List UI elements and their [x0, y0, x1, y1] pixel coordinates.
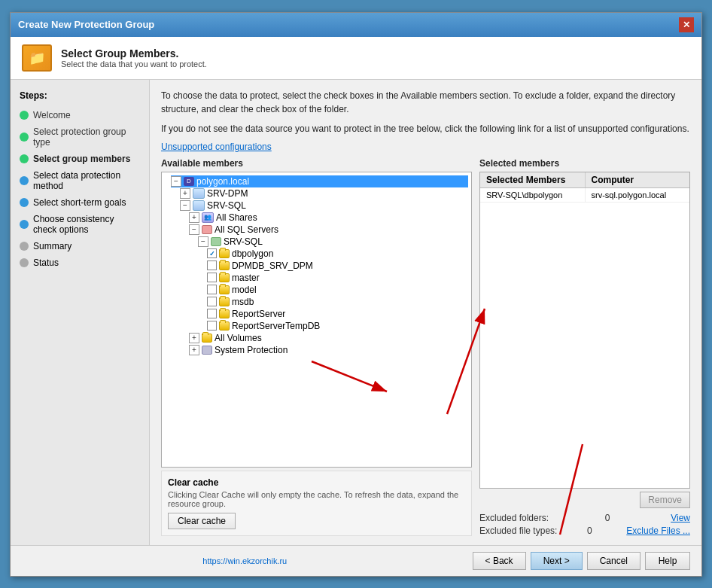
tree-item-all-shares[interactable]: + 👥 All Shares [189, 212, 468, 224]
all-volumes-label: All Volumes [215, 333, 262, 343]
selected-panel: Selected members Selected Members Comput… [479, 158, 690, 536]
dot-group-members [20, 154, 29, 163]
header-text: Select Group Members. Select the data th… [61, 47, 207, 69]
cancel-button[interactable]: Cancel [587, 552, 640, 570]
available-panel: Available members − D polygon.local + S [161, 158, 472, 536]
sidebar-item-short-term[interactable]: Select short-term goals [11, 194, 149, 211]
sidebar-label-data-protection: Select data protection method [33, 170, 140, 191]
tree-item-reportservertempdb[interactable]: ReportServerTempDB [207, 320, 468, 332]
tree-item-msdb[interactable]: msdb [207, 296, 468, 308]
footer: https://win.ekzorchik.ru < Back Next > C… [11, 545, 701, 576]
title-bar: Create New Protection Group ✕ [11, 13, 701, 37]
sidebar-item-group-members[interactable]: Select group members [11, 151, 149, 167]
back-button[interactable]: < Back [473, 552, 526, 570]
main-content: Steps: Welcome Select protection group t… [11, 80, 701, 545]
expand-all-volumes[interactable]: + [189, 333, 199, 343]
tree-item-dpmdb[interactable]: DPMDB_SRV_DPM [207, 260, 468, 272]
all-sql-label: All SQL Servers [215, 224, 278, 235]
model-label: model [232, 285, 257, 295]
system-protection-label: System Protection [215, 345, 288, 355]
main-window: Create New Protection Group ✕ 📁 Select G… [10, 12, 702, 577]
sidebar-label-protection-type: Select protection group type [33, 126, 140, 148]
tree-item-srv-dpm[interactable]: + SRV-DPM [180, 187, 468, 200]
cache-title: Clear cache [168, 477, 465, 488]
sidebar-item-summary[interactable]: Summary [11, 238, 149, 254]
table-header: Selected Members Computer [480, 172, 689, 188]
bottom-selected-info: Excluded folders: 0 View Excluded file t… [479, 513, 690, 536]
checkbox-model[interactable] [207, 285, 217, 294]
tree-item-system-protection[interactable]: + System Protection [189, 344, 468, 356]
available-panel-title: Available members [161, 158, 472, 169]
sidebar-label-welcome: Welcome [33, 110, 71, 120]
close-button[interactable]: ✕ [679, 17, 694, 32]
checkbox-master[interactable] [207, 273, 217, 282]
tree-item-model[interactable]: model [207, 284, 468, 296]
volumes-icon [202, 334, 212, 343]
tree-item-domain[interactable]: − D polygon.local [171, 175, 468, 187]
sidebar-item-data-protection[interactable]: Select data protection method [11, 167, 149, 194]
help-button[interactable]: Help [645, 552, 690, 570]
sidebar-item-protection-type[interactable]: Select protection group type [11, 123, 149, 151]
cell-member: SRV-SQL\dbpolygon [480, 188, 586, 202]
footer-url: https://win.ekzorchik.ru [22, 556, 468, 565]
tree-item-master[interactable]: master [207, 272, 468, 284]
db-icon-model [219, 285, 230, 294]
db-icon-dpmdb [219, 261, 230, 270]
dpmdb-label: DPMDB_SRV_DPM [232, 260, 313, 271]
expand-all-sql[interactable]: − [189, 224, 199, 235]
clear-cache-button[interactable]: Clear cache [168, 513, 236, 529]
db-icon-dbpolygon [219, 249, 230, 258]
expand-srv-sql[interactable]: − [180, 200, 190, 211]
tree-item-dbpolygon[interactable]: dbpolygon [207, 248, 468, 260]
exclude-files-link[interactable]: Exclude Files ... [626, 526, 690, 536]
excluded-folders-label: Excluded folders: [479, 513, 549, 523]
expand-srv-dpm[interactable]: + [180, 188, 190, 199]
dot-short-term [20, 198, 29, 207]
expand-system-protection[interactable]: + [189, 345, 199, 355]
all-shares-label: All Shares [216, 212, 257, 223]
table-row[interactable]: SRV-SQL\dbpolygon srv-sql.polygon.local [480, 188, 689, 203]
db-icon-master [219, 273, 230, 282]
tree-item-all-sql[interactable]: − All SQL Servers [189, 224, 468, 236]
instruction-line2: If you do not see the data source you wa… [161, 122, 690, 136]
checkbox-dpmdb[interactable] [207, 260, 217, 270]
unsupported-link[interactable]: Unsupported configurations [161, 142, 690, 152]
dot-data-protection [20, 176, 29, 185]
dot-status [20, 258, 29, 267]
next-button[interactable]: Next > [531, 552, 583, 570]
expand-all-shares[interactable]: + [189, 212, 199, 223]
tree-item-all-volumes[interactable]: + All Volumes [189, 332, 468, 344]
db-icon-reportserver [219, 309, 230, 318]
checkbox-msdb[interactable] [207, 297, 217, 306]
domain-icon: D [184, 177, 194, 186]
checkbox-reportservertempdb[interactable] [207, 321, 217, 331]
expand-srv-sql-2[interactable]: − [198, 236, 208, 247]
system-protection-icon [202, 346, 212, 355]
checkbox-reportserver[interactable] [207, 309, 217, 318]
sidebar-item-consistency[interactable]: Choose consistency check options [11, 211, 149, 238]
sidebar-item-status[interactable]: Status [11, 254, 149, 271]
checkbox-dbpolygon[interactable] [207, 248, 217, 258]
server-dpm-icon [193, 188, 205, 199]
expand-domain[interactable]: − [171, 176, 181, 187]
dot-summary [20, 242, 29, 251]
panels-wrapper: Available members − D polygon.local + S [161, 158, 690, 536]
msdb-label: msdb [232, 297, 254, 307]
shares-icon: 👥 [202, 212, 214, 223]
tree-item-srv-sql-2[interactable]: − SRV-SQL [198, 236, 468, 248]
sidebar-item-welcome[interactable]: Welcome [11, 107, 149, 123]
excluded-types-row: Excluded file types: 0 Exclude Files ... [479, 526, 690, 536]
sidebar-label-status: Status [33, 257, 59, 268]
view-link[interactable]: View [671, 513, 690, 523]
tree-item-reportserver[interactable]: ReportServer [207, 308, 468, 320]
sidebar-title: Steps: [11, 87, 149, 107]
tree-item-srv-sql[interactable]: − SRV-SQL [180, 200, 468, 212]
content-area: To choose the data to protect, select th… [150, 80, 701, 545]
tree-box[interactable]: − D polygon.local + SRV-DPM − [161, 172, 472, 468]
remove-button[interactable]: Remove [640, 492, 690, 508]
dbpolygon-label: dbpolygon [232, 248, 273, 259]
sidebar: Steps: Welcome Select protection group t… [11, 80, 150, 545]
sql-servers-icon [202, 225, 212, 234]
selected-panel-title: Selected members [479, 158, 690, 169]
col-header-member: Selected Members [480, 172, 586, 187]
